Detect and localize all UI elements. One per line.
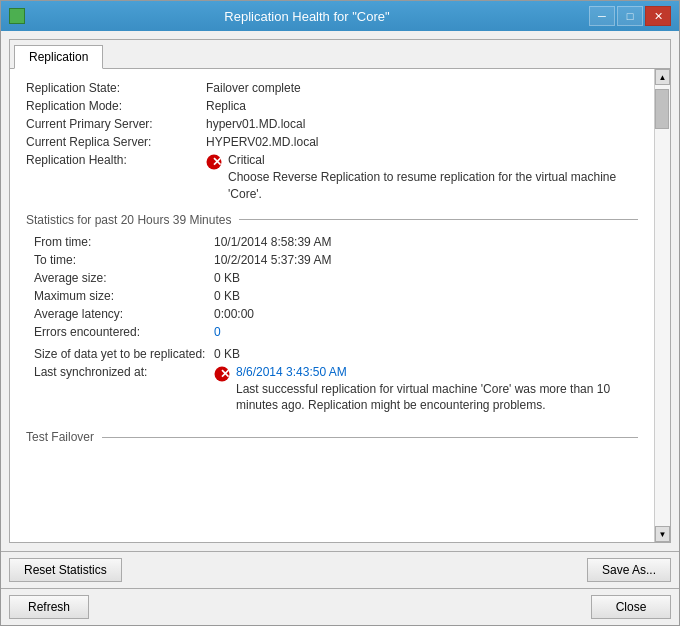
refresh-button[interactable]: Refresh [9, 595, 89, 619]
last-sync-row: Last synchronized at: ✕ 8/6/2014 3:43:50… [34, 365, 638, 415]
primary-server-row: Current Primary Server: hyperv01.MD.loca… [26, 117, 638, 131]
bottom-bar-actions: Refresh Close [1, 588, 679, 625]
replica-server-value: HYPERV02.MD.local [206, 135, 638, 149]
stats-section-label: Statistics for past 20 Hours 39 Minutes [26, 213, 239, 227]
scrollbar[interactable]: ▲ ▼ [654, 69, 670, 542]
replication-state-label: Replication State: [26, 81, 206, 95]
stats-section: From time: 10/1/2014 8:58:39 AM To time:… [26, 235, 638, 415]
avg-size-label: Average size: [34, 271, 214, 285]
replication-mode-value: Replica [206, 99, 638, 113]
tab-header: Replication [10, 40, 670, 69]
to-time-row: To time: 10/2/2014 5:37:39 AM [34, 253, 638, 267]
last-sync-time: 8/6/2014 3:43:50 AM [236, 365, 638, 379]
replica-server-row: Current Replica Server: HYPERV02.MD.loca… [26, 135, 638, 149]
tab-content: Replication State: Failover complete Rep… [10, 69, 670, 542]
from-time-row: From time: 10/1/2014 8:58:39 AM [34, 235, 638, 249]
tab-container: Replication Replication State: Failover … [9, 39, 671, 543]
title-bar: Replication Health for "Core" ─ □ ✕ [1, 1, 679, 31]
close-window-button[interactable]: ✕ [645, 6, 671, 26]
health-error-block: Critical Choose Reverse Replication to r… [228, 153, 638, 203]
main-window: Replication Health for "Core" ─ □ ✕ Repl… [0, 0, 680, 626]
tab-replication[interactable]: Replication [14, 45, 103, 69]
window-content: Replication Replication State: Failover … [1, 31, 679, 551]
replication-state-row: Replication State: Failover complete [26, 81, 638, 95]
avg-latency-label: Average latency: [34, 307, 214, 321]
scroll-up-arrow[interactable]: ▲ [655, 69, 670, 85]
health-desc: Choose Reverse Replication to resume rep… [228, 169, 638, 203]
avg-size-row: Average size: 0 KB [34, 271, 638, 285]
from-time-label: From time: [34, 235, 214, 249]
restore-button[interactable]: □ [617, 6, 643, 26]
primary-server-label: Current Primary Server: [26, 117, 206, 131]
replication-mode-label: Replication Mode: [26, 99, 206, 113]
pending-data-label: Size of data yet to be replicated: [34, 347, 214, 361]
errors-value: 0 [214, 325, 638, 339]
close-button[interactable]: Close [591, 595, 671, 619]
errors-label: Errors encountered: [34, 325, 214, 339]
health-status: Critical [228, 153, 638, 167]
avg-latency-value: 0:00:00 [214, 307, 638, 321]
errors-row: Errors encountered: 0 [34, 325, 638, 339]
window-title: Replication Health for "Core" [25, 9, 589, 24]
pending-data-row: Size of data yet to be replicated: 0 KB [34, 347, 638, 361]
bottom-bar-stats: Reset Statistics Save As... [1, 551, 679, 588]
pending-data-value: 0 KB [214, 347, 638, 361]
last-sync-value-block: ✕ 8/6/2014 3:43:50 AM Last successful re… [214, 365, 638, 415]
replication-health-value: ✕ Critical Choose Reverse Replication to… [206, 153, 638, 203]
svg-text:✕: ✕ [220, 367, 230, 381]
scroll-down-arrow[interactable]: ▼ [655, 526, 670, 542]
scroll-thumb[interactable] [655, 89, 669, 129]
scroll-track[interactable] [655, 85, 670, 526]
to-time-label: To time: [34, 253, 214, 267]
last-sync-label: Last synchronized at: [34, 365, 214, 379]
last-sync-desc: Last successful replication for virtual … [236, 381, 638, 415]
max-size-row: Maximum size: 0 KB [34, 289, 638, 303]
window-controls: ─ □ ✕ [589, 6, 671, 26]
from-time-value: 10/1/2014 8:58:39 AM [214, 235, 638, 249]
app-icon [9, 8, 25, 24]
replication-state-value: Failover complete [206, 81, 638, 95]
scroll-area[interactable]: Replication State: Failover complete Rep… [10, 69, 654, 542]
divider-line [239, 219, 638, 220]
replication-health-label: Replication Health: [26, 153, 206, 167]
stats-divider: Statistics for past 20 Hours 39 Minutes [26, 213, 638, 227]
max-size-value: 0 KB [214, 289, 638, 303]
replica-server-label: Current Replica Server: [26, 135, 206, 149]
minimize-button[interactable]: ─ [589, 6, 615, 26]
health-error-icon: ✕ [206, 154, 222, 170]
to-time-value: 10/2/2014 5:37:39 AM [214, 253, 638, 267]
svg-text:✕: ✕ [212, 155, 222, 169]
avg-latency-row: Average latency: 0:00:00 [34, 307, 638, 321]
replication-health-row: Replication Health: ✕ Critical Choose Re… [26, 153, 638, 203]
max-size-label: Maximum size: [34, 289, 214, 303]
last-sync-error-icon: ✕ [214, 366, 230, 382]
replication-mode-row: Replication Mode: Replica [26, 99, 638, 113]
last-sync-block: 8/6/2014 3:43:50 AM Last successful repl… [236, 365, 638, 415]
test-failover-label: Test Failover [26, 430, 102, 444]
test-failover-divider: Test Failover [26, 430, 638, 444]
test-failover-line [102, 437, 638, 438]
reset-statistics-button[interactable]: Reset Statistics [9, 558, 122, 582]
primary-server-value: hyperv01.MD.local [206, 117, 638, 131]
avg-size-value: 0 KB [214, 271, 638, 285]
save-as-button[interactable]: Save As... [587, 558, 671, 582]
